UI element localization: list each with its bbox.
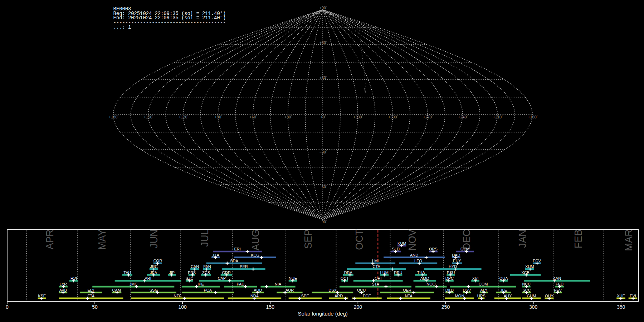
svg-text:MAY: MAY [97, 229, 108, 250]
svg-text:PPS: PPS [188, 270, 196, 275]
svg-text:JRC: JRC [150, 264, 157, 269]
svg-text:JAN: JAN [517, 229, 528, 248]
svg-text:ORI: ORI [375, 276, 382, 280]
svg-text:+240°: +240° [458, 115, 468, 119]
svg-text:OCT: OCT [341, 276, 349, 280]
svg-text:+270°: +270° [423, 115, 433, 119]
svg-text:OER: OER [403, 288, 411, 292]
svg-text:ORS: ORS [429, 247, 438, 251]
svg-text:JUN: JUN [148, 229, 160, 248]
svg-text:NOO: NOO [426, 282, 436, 286]
svg-text:LMI: LMI [372, 259, 379, 263]
svg-text:KCG: KCG [251, 253, 259, 257]
svg-text:OHY: OHY [545, 294, 554, 298]
svg-text:100: 100 [179, 304, 187, 310]
svg-text:AUG: AUG [250, 229, 261, 250]
svg-text:ELY: ELY [87, 288, 95, 292]
svg-text:50: 50 [92, 304, 98, 310]
svg-text:−60°: −60° [319, 185, 327, 189]
svg-text:JMC: JMC [129, 282, 137, 286]
svg-text:EGE: EGE [363, 294, 371, 298]
svg-text:AUD: AUD [254, 288, 262, 292]
svg-text:QUA: QUA [499, 276, 508, 280]
svg-text:LEO: LEO [414, 259, 422, 263]
svg-text:+150°: +150° [144, 115, 153, 119]
svg-text:JIP: JIP [169, 270, 175, 275]
svg-text:150: 150 [266, 304, 275, 310]
svg-text:+30°: +30° [319, 75, 327, 80]
svg-text:CAN: CAN [191, 264, 199, 269]
svg-text:XUM: XUM [525, 264, 534, 269]
svg-text:KUM: KUM [397, 241, 406, 245]
svg-text:PSU: PSU [447, 270, 455, 275]
svg-text:ARD: ARD [335, 294, 343, 298]
svg-text:AND: AND [410, 253, 418, 257]
svg-text:XVI: XVI [472, 276, 479, 280]
svg-text:300: 300 [529, 304, 538, 310]
svg-text:SSG: SSG [150, 288, 158, 292]
svg-text:AVB: AVB [59, 288, 67, 292]
svg-text:NCC: NCC [522, 282, 531, 286]
svg-text:NUE: NUE [289, 276, 297, 280]
svg-text:KSE: KSE [38, 294, 46, 298]
svg-text:PAU: PAU [236, 282, 244, 286]
svg-text:HYD: HYD [449, 264, 457, 269]
svg-text:DSV: DSV [463, 288, 471, 292]
svg-text:HVI: HVI [70, 276, 77, 280]
svg-text:AAN: AAN [553, 276, 561, 280]
svg-text:GDR: GDR [222, 270, 231, 275]
svg-text:EVI: EVI [630, 294, 636, 298]
svg-text:+90°: +90° [215, 115, 222, 119]
svg-text:EHY: EHY [453, 259, 461, 263]
svg-text:...: 1: ...: 1 [113, 25, 131, 30]
svg-text:LUM: LUM [380, 270, 389, 275]
svg-text:OCT: OCT [354, 229, 365, 250]
svg-text:DPC: DPC [445, 276, 454, 280]
svg-text:GUM: GUM [527, 294, 536, 298]
svg-text:PCA: PCA [204, 288, 212, 292]
svg-text:XCB: XCB [521, 270, 530, 275]
svg-text:COM: COM [479, 282, 488, 286]
svg-text:FTA: FTA [87, 294, 95, 298]
svg-text:DAD: DAD [452, 253, 460, 257]
svg-text:NIA: NIA [275, 282, 282, 286]
svg-text:SZC: SZC [186, 276, 194, 280]
svg-text:Solar longitude (deg): Solar longitude (deg) [298, 311, 348, 317]
svg-text:ECV: ECV [533, 259, 541, 263]
svg-text:+330°: +330° [353, 115, 363, 119]
svg-text:NTA: NTA [405, 294, 413, 298]
svg-text:FEB: FEB [573, 229, 584, 248]
svg-text:+120°: +120° [179, 115, 188, 119]
svg-text:NOV: NOV [407, 229, 418, 250]
svg-text:250: 250 [441, 304, 450, 310]
svg-text:0: 0 [6, 304, 9, 310]
svg-text:JUL: JUL [199, 229, 211, 247]
svg-text:+60°: +60° [319, 40, 327, 45]
svg-text:+210°: +210° [493, 115, 503, 119]
svg-text:SLD: SLD [392, 247, 399, 251]
svg-text:ERI: ERI [234, 247, 241, 251]
svg-text:DKD: DKD [445, 288, 454, 292]
svg-text:NDA: NDA [250, 294, 259, 298]
svg-text:LYR: LYR [59, 282, 67, 286]
svg-text:COR: COR [153, 259, 162, 263]
svg-text:MAR: MAR [623, 229, 635, 251]
svg-text:FEV: FEV [554, 288, 562, 292]
svg-text:CAM: CAM [112, 288, 121, 292]
svg-text:AHY: AHY [504, 294, 512, 298]
svg-text:−90°: −90° [319, 220, 327, 224]
svg-text:JXA: JXA [212, 253, 220, 257]
svg-text:CTA: CTA [373, 264, 381, 269]
svg-text:AMO: AMO [420, 276, 430, 280]
svg-text:CAP: CAP [218, 276, 226, 280]
svg-text:SPE: SPE [301, 294, 309, 298]
svg-text:FED: FED [556, 282, 564, 286]
svg-text:ARI: ARI [145, 276, 151, 280]
svg-text:APR: APR [44, 229, 56, 249]
svg-text:IPE: IPE [197, 282, 204, 286]
svg-text:DRA: DRA [344, 270, 353, 275]
svg-text:ALY: ALY [480, 288, 488, 292]
svg-text:TAH: TAH [123, 270, 131, 275]
svg-text:+180°: +180° [528, 115, 537, 119]
svg-text:THA: THA [417, 270, 425, 275]
